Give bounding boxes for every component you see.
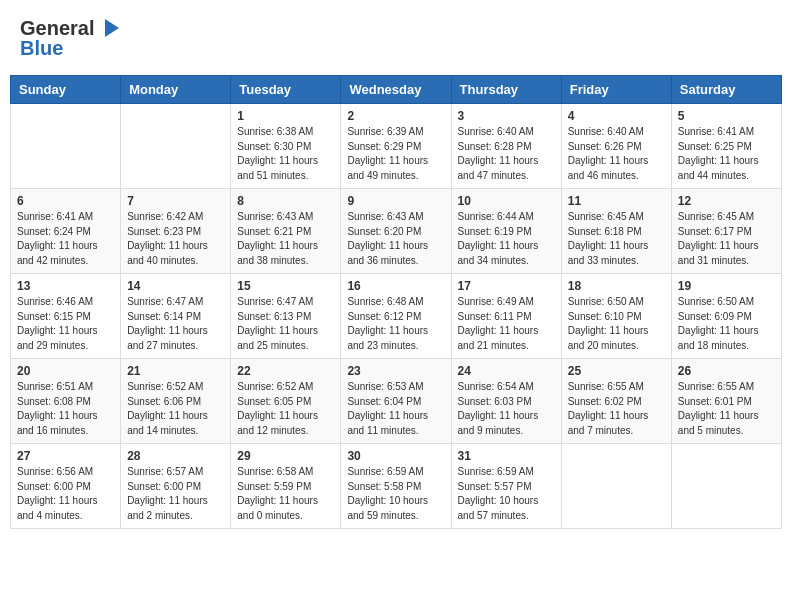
calendar-cell: 22Sunrise: 6:52 AM Sunset: 6:05 PM Dayli…: [231, 359, 341, 444]
day-number: 27: [17, 449, 114, 463]
day-number: 11: [568, 194, 665, 208]
calendar-cell: 4Sunrise: 6:40 AM Sunset: 6:26 PM Daylig…: [561, 104, 671, 189]
calendar-cell: 12Sunrise: 6:45 AM Sunset: 6:17 PM Dayli…: [671, 189, 781, 274]
calendar-cell: [671, 444, 781, 529]
calendar-cell: 31Sunrise: 6:59 AM Sunset: 5:57 PM Dayli…: [451, 444, 561, 529]
calendar-cell: 21Sunrise: 6:52 AM Sunset: 6:06 PM Dayli…: [121, 359, 231, 444]
day-info: Sunrise: 6:52 AM Sunset: 6:05 PM Dayligh…: [237, 380, 334, 438]
day-number: 26: [678, 364, 775, 378]
calendar-cell: 2Sunrise: 6:39 AM Sunset: 6:29 PM Daylig…: [341, 104, 451, 189]
day-info: Sunrise: 6:42 AM Sunset: 6:23 PM Dayligh…: [127, 210, 224, 268]
calendar-cell: 11Sunrise: 6:45 AM Sunset: 6:18 PM Dayli…: [561, 189, 671, 274]
calendar-header-row: SundayMondayTuesdayWednesdayThursdayFrid…: [11, 76, 782, 104]
day-info: Sunrise: 6:47 AM Sunset: 6:13 PM Dayligh…: [237, 295, 334, 353]
day-info: Sunrise: 6:50 AM Sunset: 6:09 PM Dayligh…: [678, 295, 775, 353]
calendar-cell: 27Sunrise: 6:56 AM Sunset: 6:00 PM Dayli…: [11, 444, 121, 529]
calendar-cell: 13Sunrise: 6:46 AM Sunset: 6:15 PM Dayli…: [11, 274, 121, 359]
day-info: Sunrise: 6:55 AM Sunset: 6:02 PM Dayligh…: [568, 380, 665, 438]
week-row-3: 13Sunrise: 6:46 AM Sunset: 6:15 PM Dayli…: [11, 274, 782, 359]
day-number: 25: [568, 364, 665, 378]
day-number: 31: [458, 449, 555, 463]
calendar-cell: 14Sunrise: 6:47 AM Sunset: 6:14 PM Dayli…: [121, 274, 231, 359]
day-info: Sunrise: 6:57 AM Sunset: 6:00 PM Dayligh…: [127, 465, 224, 523]
week-row-1: 1Sunrise: 6:38 AM Sunset: 6:30 PM Daylig…: [11, 104, 782, 189]
calendar-cell: 28Sunrise: 6:57 AM Sunset: 6:00 PM Dayli…: [121, 444, 231, 529]
week-row-5: 27Sunrise: 6:56 AM Sunset: 6:00 PM Dayli…: [11, 444, 782, 529]
svg-marker-0: [105, 19, 119, 37]
day-number: 1: [237, 109, 334, 123]
day-info: Sunrise: 6:43 AM Sunset: 6:21 PM Dayligh…: [237, 210, 334, 268]
day-info: Sunrise: 6:48 AM Sunset: 6:12 PM Dayligh…: [347, 295, 444, 353]
day-number: 14: [127, 279, 224, 293]
calendar-cell: 24Sunrise: 6:54 AM Sunset: 6:03 PM Dayli…: [451, 359, 561, 444]
calendar-cell: 19Sunrise: 6:50 AM Sunset: 6:09 PM Dayli…: [671, 274, 781, 359]
day-info: Sunrise: 6:40 AM Sunset: 6:26 PM Dayligh…: [568, 125, 665, 183]
day-info: Sunrise: 6:41 AM Sunset: 6:25 PM Dayligh…: [678, 125, 775, 183]
day-number: 16: [347, 279, 444, 293]
day-number: 18: [568, 279, 665, 293]
day-number: 12: [678, 194, 775, 208]
calendar-cell: 25Sunrise: 6:55 AM Sunset: 6:02 PM Dayli…: [561, 359, 671, 444]
calendar-cell: 20Sunrise: 6:51 AM Sunset: 6:08 PM Dayli…: [11, 359, 121, 444]
calendar-table: SundayMondayTuesdayWednesdayThursdayFrid…: [10, 75, 782, 529]
day-number: 10: [458, 194, 555, 208]
calendar-cell: 3Sunrise: 6:40 AM Sunset: 6:28 PM Daylig…: [451, 104, 561, 189]
logo: General Blue: [20, 15, 123, 60]
column-header-friday: Friday: [561, 76, 671, 104]
day-info: Sunrise: 6:43 AM Sunset: 6:20 PM Dayligh…: [347, 210, 444, 268]
calendar-cell: [561, 444, 671, 529]
logo-text-general: General: [20, 17, 94, 39]
day-number: 17: [458, 279, 555, 293]
day-number: 13: [17, 279, 114, 293]
calendar-cell: [121, 104, 231, 189]
day-number: 24: [458, 364, 555, 378]
calendar-cell: 8Sunrise: 6:43 AM Sunset: 6:21 PM Daylig…: [231, 189, 341, 274]
week-row-4: 20Sunrise: 6:51 AM Sunset: 6:08 PM Dayli…: [11, 359, 782, 444]
day-info: Sunrise: 6:40 AM Sunset: 6:28 PM Dayligh…: [458, 125, 555, 183]
column-header-monday: Monday: [121, 76, 231, 104]
column-header-wednesday: Wednesday: [341, 76, 451, 104]
calendar-cell: 1Sunrise: 6:38 AM Sunset: 6:30 PM Daylig…: [231, 104, 341, 189]
calendar-cell: 23Sunrise: 6:53 AM Sunset: 6:04 PM Dayli…: [341, 359, 451, 444]
logo-icon: [97, 15, 123, 41]
day-info: Sunrise: 6:55 AM Sunset: 6:01 PM Dayligh…: [678, 380, 775, 438]
day-number: 3: [458, 109, 555, 123]
day-info: Sunrise: 6:46 AM Sunset: 6:15 PM Dayligh…: [17, 295, 114, 353]
day-number: 23: [347, 364, 444, 378]
day-info: Sunrise: 6:38 AM Sunset: 6:30 PM Dayligh…: [237, 125, 334, 183]
day-number: 21: [127, 364, 224, 378]
page-header: General Blue: [10, 10, 782, 65]
day-number: 30: [347, 449, 444, 463]
calendar-cell: 5Sunrise: 6:41 AM Sunset: 6:25 PM Daylig…: [671, 104, 781, 189]
calendar-cell: 15Sunrise: 6:47 AM Sunset: 6:13 PM Dayli…: [231, 274, 341, 359]
day-info: Sunrise: 6:53 AM Sunset: 6:04 PM Dayligh…: [347, 380, 444, 438]
calendar-cell: 6Sunrise: 6:41 AM Sunset: 6:24 PM Daylig…: [11, 189, 121, 274]
calendar-cell: 9Sunrise: 6:43 AM Sunset: 6:20 PM Daylig…: [341, 189, 451, 274]
day-number: 7: [127, 194, 224, 208]
day-number: 15: [237, 279, 334, 293]
day-number: 29: [237, 449, 334, 463]
day-info: Sunrise: 6:45 AM Sunset: 6:18 PM Dayligh…: [568, 210, 665, 268]
calendar-cell: 17Sunrise: 6:49 AM Sunset: 6:11 PM Dayli…: [451, 274, 561, 359]
day-number: 9: [347, 194, 444, 208]
day-number: 28: [127, 449, 224, 463]
day-number: 19: [678, 279, 775, 293]
calendar-cell: [11, 104, 121, 189]
column-header-thursday: Thursday: [451, 76, 561, 104]
day-info: Sunrise: 6:41 AM Sunset: 6:24 PM Dayligh…: [17, 210, 114, 268]
day-info: Sunrise: 6:56 AM Sunset: 6:00 PM Dayligh…: [17, 465, 114, 523]
day-number: 20: [17, 364, 114, 378]
column-header-tuesday: Tuesday: [231, 76, 341, 104]
day-info: Sunrise: 6:44 AM Sunset: 6:19 PM Dayligh…: [458, 210, 555, 268]
column-header-sunday: Sunday: [11, 76, 121, 104]
calendar-cell: 26Sunrise: 6:55 AM Sunset: 6:01 PM Dayli…: [671, 359, 781, 444]
day-info: Sunrise: 6:50 AM Sunset: 6:10 PM Dayligh…: [568, 295, 665, 353]
day-number: 8: [237, 194, 334, 208]
day-number: 2: [347, 109, 444, 123]
day-number: 4: [568, 109, 665, 123]
calendar-cell: 7Sunrise: 6:42 AM Sunset: 6:23 PM Daylig…: [121, 189, 231, 274]
day-info: Sunrise: 6:59 AM Sunset: 5:58 PM Dayligh…: [347, 465, 444, 523]
day-info: Sunrise: 6:59 AM Sunset: 5:57 PM Dayligh…: [458, 465, 555, 523]
day-info: Sunrise: 6:45 AM Sunset: 6:17 PM Dayligh…: [678, 210, 775, 268]
calendar-cell: 29Sunrise: 6:58 AM Sunset: 5:59 PM Dayli…: [231, 444, 341, 529]
